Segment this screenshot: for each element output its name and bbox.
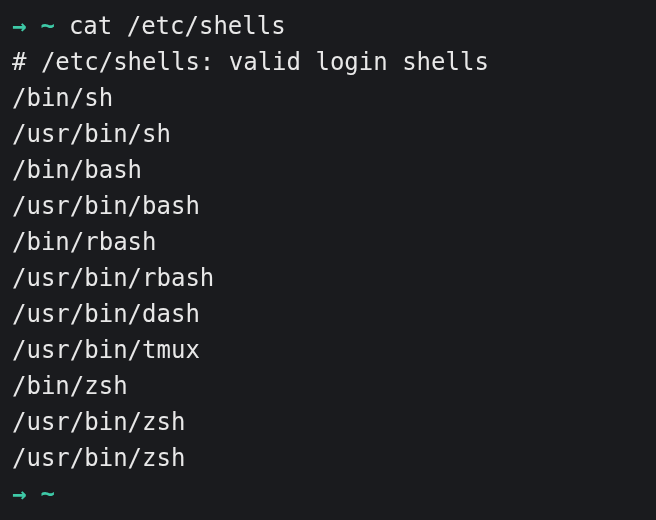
prompt-cwd: ~ (40, 476, 54, 512)
prompt-arrow-icon: → (12, 8, 26, 44)
output-line: /bin/zsh (12, 368, 644, 404)
output-line: /usr/bin/dash (12, 296, 644, 332)
prompt-arrow-icon: → (12, 476, 26, 512)
prompt-cwd: ~ (40, 8, 54, 44)
output-line: /bin/rbash (12, 224, 644, 260)
output-line: /usr/bin/zsh (12, 404, 644, 440)
prompt-line-1[interactable]: → ~ cat /etc/shells (12, 8, 644, 44)
output-line: /usr/bin/zsh (12, 440, 644, 476)
output-line: /bin/sh (12, 80, 644, 116)
prompt-line-2[interactable]: → ~ (12, 476, 644, 512)
output-line: /usr/bin/bash (12, 188, 644, 224)
output-line: /usr/bin/sh (12, 116, 644, 152)
output-line: /usr/bin/rbash (12, 260, 644, 296)
output-line: /usr/bin/tmux (12, 332, 644, 368)
command-text: cat /etc/shells (69, 8, 286, 44)
output-line: /bin/bash (12, 152, 644, 188)
output-comment: # /etc/shells: valid login shells (12, 44, 644, 80)
